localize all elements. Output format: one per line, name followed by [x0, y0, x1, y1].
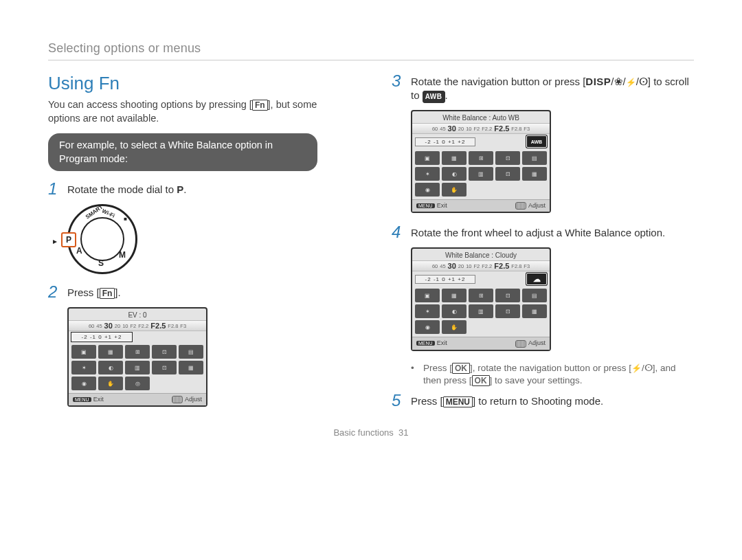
dial-movie-icon: ■ — [124, 216, 127, 222]
grid-cell: ◐ — [442, 167, 466, 181]
lcd2-awb-selected: AWB — [526, 135, 547, 148]
lcd2-option-grid: ▣ ▦ ⊞ ⊡ ▤ ✶ ◐ ▥ ⊡ ▦ ◉ ✋ — [412, 149, 550, 199]
note-bullet-ok: • Press [OK], rotate the navigation butt… — [411, 362, 694, 387]
breadcrumb: Selecting options or menus — [48, 41, 694, 56]
lcd2-shutter-strip: 60 45 30 20 10 F2 F2.2 F2.5 F2.8 F3 — [412, 123, 550, 134]
lcd-screenshot-ev: EV : 0 60 45 30 20 10 F2 F2.2 F2.5 F2.8 … — [67, 307, 350, 407]
grid-cell: ▣ — [415, 289, 440, 302]
step-1-text-post: . — [183, 183, 186, 195]
bullet-icon: • — [411, 362, 418, 387]
lcd3-option-grid: ▣ ▦ ⊞ ⊡ ▤ ✶ ◐ ▥ ⊡ ▦ ◉ ✋ — [412, 287, 550, 337]
grid-cell: ◐ — [98, 361, 123, 374]
grid-cell: ✶ — [71, 361, 96, 374]
note-a: Press [ — [423, 363, 452, 373]
step-3-text-post: . — [445, 89, 448, 101]
step-2-text-post: ]. — [115, 287, 120, 298]
dial-a-label: A — [76, 246, 82, 256]
grid-cell: ▦ — [522, 304, 547, 318]
grid-cell: ▣ — [71, 345, 96, 359]
lcd3-cloudy-selected: ☁ — [526, 273, 547, 285]
grid-cell: ▦ — [442, 289, 466, 302]
fn-key-icon: Fn — [252, 100, 268, 111]
step-3-number: 3 — [392, 73, 404, 89]
grid-cell: ◉ — [415, 320, 440, 334]
section-title: Using Fn — [48, 73, 350, 94]
flash-icon — [631, 363, 642, 373]
lcd1-title: EV : 0 — [69, 309, 206, 320]
step-5: 5 Press [MENU] to return to Shooting mod… — [392, 392, 694, 409]
lcd3-adjust-label: Adjust — [528, 339, 546, 346]
dial-pointer-icon: ▸ — [53, 236, 57, 246]
footer-section: Basic functions — [333, 427, 393, 438]
lcd2-title: White Balance : Auto WB — [412, 111, 550, 123]
lcd3-ev-scale: -2 -1 0 +1 +2 — [415, 275, 475, 284]
menu-tag-icon: MENU — [73, 397, 91, 402]
step-5-number: 5 — [392, 392, 404, 409]
grid-cell: ▣ — [415, 151, 440, 165]
step-3: 3 Rotate the navigation button or press … — [392, 73, 694, 103]
lcd-screenshot-awb: White Balance : Auto WB 60 45 30 20 10 F… — [411, 110, 694, 213]
ok-key-icon: OK — [452, 363, 470, 374]
awb-icon: AWB — [423, 91, 445, 103]
grid-cell: ▦ — [179, 361, 203, 374]
grid-cell: ⊡ — [495, 167, 520, 181]
grid-cell: ◉ — [71, 377, 96, 390]
grid-cell: ▦ — [98, 345, 123, 359]
grid-cell: ▤ — [522, 289, 547, 302]
step-2: 2 Press [Fn]. — [48, 284, 350, 300]
grid-cell: ▦ — [442, 151, 466, 165]
grid-cell: ◐ — [442, 304, 466, 318]
grid-cell: ⊡ — [495, 151, 520, 165]
step-1-number: 1 — [48, 181, 60, 197]
wheel-icon — [515, 202, 526, 210]
menu-tag-icon: MENU — [416, 203, 435, 208]
step-3-text-pre: Rotate the navigation button or press [ — [411, 76, 585, 87]
lcd2-exit-label: Exit — [437, 202, 447, 209]
grid-cell: ✋ — [98, 377, 123, 390]
lcd1-ev-scale: -2 -1 0 +1 +2 — [71, 333, 132, 341]
note-b: ], rotate the navigation button or press… — [470, 363, 631, 373]
lcd1-option-grid: ▣ ▦ ⊞ ⊡ ▤ ✶ ◐ ▥ ⊡ ▦ ◉ ✋ ◎ — [69, 343, 206, 393]
lcd1-adjust-label: Adjust — [185, 396, 202, 403]
note-d: ] to save your settings. — [490, 375, 583, 385]
left-column: Using Fn You can access shooting options… — [48, 73, 350, 418]
fn-key-icon: Fn — [100, 288, 115, 299]
grid-cell: ▥ — [469, 167, 493, 181]
grid-cell: ◎ — [125, 377, 150, 390]
disp-key-icon: DISP — [585, 76, 611, 87]
page-footer: Basic functions 31 — [48, 427, 694, 438]
lcd3-title: White Balance : Cloudy — [412, 249, 550, 260]
step-4-text: Rotate the front wheel to adjust a White… — [411, 224, 694, 240]
grid-cell: ⊡ — [495, 289, 520, 302]
grid-cell: ▦ — [522, 167, 547, 181]
wifi-icon: ⵙ — [644, 363, 653, 373]
menu-key-icon: MENU — [443, 396, 473, 407]
grid-cell: ✶ — [415, 304, 440, 318]
wheel-icon — [172, 396, 183, 403]
step-1: 1 Rotate the mode dial to P. — [48, 181, 350, 197]
grid-cell: ⊞ — [469, 151, 493, 165]
wifi-icon: ⵙ — [639, 76, 648, 87]
step-2-number: 2 — [48, 284, 60, 300]
grid-cell: ⊞ — [125, 345, 150, 359]
grid-cell: ⊞ — [469, 289, 493, 302]
lcd2-adjust-label: Adjust — [528, 202, 546, 209]
lcd-screenshot-cloudy: White Balance : Cloudy 60 45 30 20 10 F2… — [411, 247, 694, 350]
example-pill: For example, to select a White Balance o… — [48, 133, 317, 171]
footer-page-number: 31 — [398, 427, 408, 438]
grid-cell: ▥ — [469, 304, 493, 318]
p-mode-icon: P — [177, 183, 183, 195]
ok-key-icon: OK — [472, 375, 490, 386]
dial-p-highlight: P — [61, 232, 76, 247]
grid-cell: ◉ — [415, 183, 440, 197]
lcd1-exit-label: Exit — [93, 396, 104, 403]
lcd1-footer: MENUExit Adjust — [69, 393, 206, 405]
mode-dial-illustration: ▸ P SMART Wi-Fi ■ A S M — [67, 204, 350, 274]
menu-tag-icon: MENU — [416, 341, 435, 346]
lcd1-shutter-strip: 60 45 30 20 10 F2 F2.2 F2.5 F2.8 F3 — [69, 320, 206, 331]
step-5-text-post: ] to return to Shooting mode. — [473, 395, 603, 407]
grid-cell: ✋ — [442, 183, 466, 197]
grid-cell: ⊡ — [152, 345, 177, 359]
grid-cell: ▥ — [125, 361, 150, 374]
lcd3-shutter-strip: 60 45 30 20 10 F2 F2.2 F2.5 F2.8 F3 — [412, 260, 550, 271]
